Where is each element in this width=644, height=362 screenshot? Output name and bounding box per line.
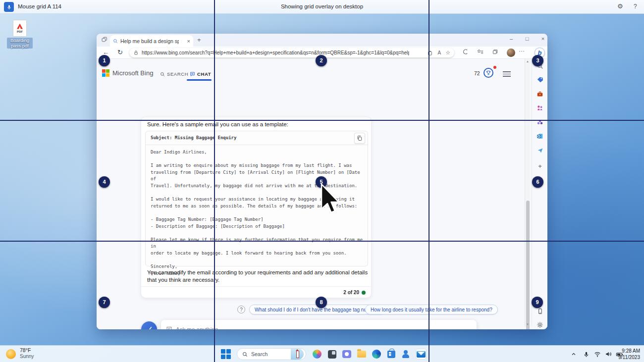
refresh-icon[interactable]: ↻ bbox=[117, 49, 123, 56]
grid-vertical-line bbox=[214, 0, 215, 362]
edge-sidebar: + bbox=[532, 59, 547, 327]
suggestion-chip[interactable]: How long does it usually take for the ai… bbox=[365, 305, 498, 314]
scroll-up-icon[interactable]: ▲ bbox=[526, 60, 530, 63]
grid-horizontal-line bbox=[0, 241, 644, 242]
sidebar-tools-icon[interactable] bbox=[536, 90, 544, 98]
new-topic-button[interactable] bbox=[141, 321, 157, 329]
weather-sun-icon[interactable] bbox=[6, 349, 16, 359]
scroll-down-icon[interactable]: ▼ bbox=[526, 323, 530, 326]
outlook-icon[interactable] bbox=[416, 349, 427, 360]
tab-chat[interactable]: CHAT bbox=[190, 71, 211, 77]
turn-counter: 2 of 20 bbox=[343, 290, 359, 295]
message-outro: You can modify the email according to yo… bbox=[147, 269, 369, 284]
lock-icon bbox=[133, 50, 139, 55]
desktop-screen: Mouse grid A 114 Showing grid overlay on… bbox=[0, 0, 644, 362]
grid-marker-9: 9 bbox=[532, 297, 543, 308]
search-icon bbox=[242, 352, 248, 357]
sidebar-shopping-icon[interactable] bbox=[536, 76, 544, 84]
grid-marker-3: 3 bbox=[532, 55, 543, 66]
chat-input-placeholder: Ask me anything... bbox=[176, 326, 223, 330]
microsoft-store-icon[interactable] bbox=[386, 349, 397, 360]
minimize-button[interactable]: – bbox=[506, 36, 517, 42]
address-bar[interactable]: https://www.bing.com/search?q=Help+me+bu… bbox=[129, 48, 454, 57]
grid-horizontal-line bbox=[0, 120, 644, 121]
copy-button[interactable] bbox=[354, 133, 365, 144]
sidebar-drop-icon[interactable] bbox=[536, 146, 544, 154]
help-icon[interactable]: ? bbox=[634, 3, 637, 10]
sidebar-add-icon[interactable]: + bbox=[536, 162, 544, 170]
tab-favicon-search-icon bbox=[113, 39, 118, 44]
edge-icon[interactable] bbox=[371, 349, 382, 360]
windows-taskbar: 78°F Sunny Search 9:28 AM 9/11/2023 bbox=[0, 345, 644, 362]
mouse-cursor bbox=[320, 183, 343, 215]
task-view-icon[interactable] bbox=[326, 349, 337, 360]
message-intro: Sure. Here's a sample email you can use … bbox=[147, 121, 288, 127]
adobe-pdf-mark-icon bbox=[17, 24, 23, 29]
desktop-file-label: Boarding pass.pdf bbox=[7, 38, 33, 49]
tray-wifi-icon[interactable] bbox=[594, 346, 601, 362]
read-aloud-icon[interactable]: A bbox=[437, 50, 441, 55]
tray-time: 9:28 AM bbox=[618, 348, 640, 354]
grid-marker-6: 6 bbox=[532, 176, 543, 188]
weather-condition[interactable]: Sunny bbox=[20, 354, 34, 359]
close-button[interactable]: × bbox=[537, 36, 547, 42]
favorites-icon[interactable] bbox=[477, 49, 483, 55]
browser-tab[interactable]: Help me build a design specifica... × bbox=[110, 35, 193, 47]
prompt-bubble-icon bbox=[166, 326, 172, 329]
grid-marker-7: 7 bbox=[99, 297, 110, 308]
rewards-medal-icon[interactable] bbox=[483, 68, 493, 78]
notification-dot bbox=[493, 66, 496, 69]
sidebar-games-icon[interactable] bbox=[536, 104, 544, 112]
url-text: https://www.bing.com/search?q=Help+me+bu… bbox=[142, 50, 409, 55]
sidebar-outlook-icon[interactable] bbox=[536, 132, 544, 140]
tray-microphone-icon[interactable] bbox=[583, 346, 590, 362]
tray-hidden-icons[interactable] bbox=[571, 346, 577, 362]
maximize-button[interactable]: □ bbox=[522, 36, 533, 42]
taskbar-search-box[interactable]: Search bbox=[237, 348, 306, 360]
sidebar-phone-icon[interactable] bbox=[536, 307, 544, 315]
more-menu-icon[interactable]: ··· bbox=[519, 48, 525, 54]
favorite-star-icon[interactable]: ☆ bbox=[445, 50, 450, 56]
grid-tool-bar: Mouse grid A 114 Showing grid overlay on… bbox=[0, 0, 644, 14]
chat-bubble-icon bbox=[190, 71, 195, 77]
card-divider bbox=[141, 286, 371, 287]
scrollbar-thumb[interactable] bbox=[526, 201, 530, 329]
sidebar-settings-icon[interactable] bbox=[536, 321, 544, 329]
grid-marker-1: 1 bbox=[99, 55, 110, 66]
collections-icon[interactable] bbox=[492, 49, 498, 55]
bing-brand[interactable]: Microsoft Bing bbox=[112, 69, 153, 77]
teams-chat-icon[interactable] bbox=[341, 349, 352, 360]
email-subject: Subject: Missing Baggage Enquiry bbox=[151, 135, 236, 140]
pdf-file-icon: PDF bbox=[13, 20, 27, 37]
microsoft-logo bbox=[102, 69, 109, 77]
settings-gear-icon[interactable]: ⚙ bbox=[617, 2, 623, 10]
start-button[interactable] bbox=[220, 349, 231, 360]
profile-avatar[interactable] bbox=[507, 49, 515, 57]
tab-strip: Help me build a design specifica... × + … bbox=[97, 34, 547, 47]
grid-vertical-line bbox=[429, 0, 429, 362]
file-explorer-icon[interactable] bbox=[356, 349, 367, 360]
people-icon[interactable] bbox=[401, 349, 412, 360]
hamburger-menu-icon[interactable] bbox=[503, 70, 511, 78]
page-scrollbar[interactable]: ▲ ▼ bbox=[525, 59, 530, 327]
tray-volume-icon[interactable] bbox=[605, 346, 612, 362]
search-highlight-image bbox=[291, 349, 304, 360]
copilot-icon[interactable] bbox=[312, 349, 322, 360]
desktop-file-boarding-pass[interactable]: PDF Boarding pass.pdf bbox=[7, 20, 33, 49]
turn-counter-dot bbox=[362, 291, 366, 295]
new-tab-button[interactable]: + bbox=[197, 36, 201, 44]
tab-close-icon[interactable]: × bbox=[187, 38, 190, 44]
tab-search[interactable]: SEARCH bbox=[160, 71, 188, 77]
search-icon bbox=[160, 72, 165, 77]
bing-chat-page: Microsoft Bing SEARCH CHAT 72 Sure. Here… bbox=[97, 59, 532, 329]
tab-title: Help me build a design specifica... bbox=[120, 38, 179, 44]
rewards-points: 72 bbox=[474, 70, 480, 76]
grid-marker-8: 8 bbox=[316, 297, 327, 308]
browser-essentials-icon[interactable] bbox=[462, 49, 469, 55]
tab-actions-icon[interactable] bbox=[101, 37, 107, 43]
active-tab-underline bbox=[187, 79, 212, 81]
weather-temperature[interactable]: 78°F bbox=[20, 347, 31, 353]
suggestions-help-icon[interactable]: ? bbox=[237, 306, 245, 313]
grid-marker-2: 2 bbox=[316, 55, 327, 66]
taskbar-clock[interactable]: 9:28 AM 9/11/2023 bbox=[618, 348, 640, 361]
